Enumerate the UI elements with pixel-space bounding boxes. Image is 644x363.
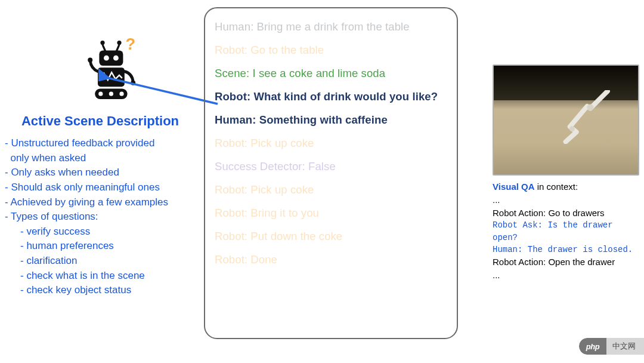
- line-success-detector: Success Detector: False: [215, 160, 447, 173]
- sub-3: - clarification: [5, 254, 196, 269]
- svg-point-6: [104, 56, 109, 61]
- svg-rect-5: [99, 50, 123, 66]
- scene-photo: [493, 64, 639, 176]
- bullet-1b: only when asked: [5, 151, 196, 166]
- svg-point-2: [117, 41, 121, 45]
- svg-line-15: [107, 78, 218, 104]
- bullet-3: - Should ask only meaningful ones: [5, 180, 196, 195]
- line-robot-pickup1: Robot: Pick up coke: [215, 137, 447, 150]
- php-logo: php: [579, 338, 606, 355]
- svg-point-9: [88, 57, 92, 62]
- active-scene-heading: Active Scene Description: [5, 113, 196, 129]
- sub-4: - check what is in the scene: [5, 269, 196, 284]
- dots-2: ...: [493, 269, 640, 282]
- robot-arm-icon: [558, 90, 612, 144]
- sub-5: - check key object status: [5, 283, 196, 298]
- line-robot-bring: Robot: Bring it to you: [215, 207, 447, 220]
- line-human-answer: Human: Something with caffeine: [215, 113, 447, 127]
- bullet-5: - Types of questions:: [5, 210, 196, 224]
- line-robot-ask: Robot: What kind of drink would you like…: [215, 90, 447, 103]
- in-context-text: in context:: [535, 182, 578, 192]
- line-robot-putdown: Robot: Put down the coke: [215, 230, 447, 243]
- line-robot-pickup2: Robot: Pick up coke: [215, 183, 447, 196]
- sub-2: - human preferences: [5, 239, 196, 254]
- dialog-panel: Human: Bring me a drink from the table R…: [204, 7, 458, 339]
- svg-line-3: [103, 45, 106, 51]
- site-name: 中文网: [606, 338, 644, 355]
- line-human-request: Human: Bring me a drink from the table: [215, 20, 447, 33]
- line-scene: Scene: I see a coke and lime soda: [215, 67, 447, 80]
- human-reply: Human: The drawer is closed.: [493, 244, 640, 256]
- dots-1: ...: [493, 193, 640, 207]
- robot-action-1: Robot Action: Go to drawers: [493, 207, 640, 220]
- visual-qa-caption: Visual QA in context: ... Robot Action: …: [493, 180, 640, 282]
- right-column: Visual QA in context: ... Robot Action: …: [493, 64, 640, 282]
- bullet-list: - Unstructured feedback provided only wh…: [5, 136, 196, 298]
- svg-text:?: ?: [125, 37, 135, 53]
- line-robot-goto: Robot: Go to the table: [215, 44, 447, 57]
- svg-point-7: [113, 56, 119, 61]
- bullet-4: - Achieved by giving a few examples: [5, 195, 196, 210]
- site-watermark: php 中文网: [579, 338, 644, 355]
- line-robot-done: Robot: Done: [215, 253, 447, 266]
- svg-point-1: [100, 41, 104, 45]
- bullet-2: - Only asks when needed: [5, 165, 196, 180]
- sub-1: - verify success: [5, 224, 196, 239]
- robot-action-2: Robot Action: Open the drawer: [493, 256, 640, 269]
- visual-qa-label: Visual QA: [493, 182, 535, 192]
- svg-point-16: [587, 104, 594, 110]
- svg-point-17: [569, 126, 575, 131]
- svg-line-4: [116, 45, 119, 51]
- bullet-1a: - Unstructured feedback provided: [5, 136, 196, 151]
- robot-ask: Robot Ask: Is the drawer open?: [493, 219, 640, 244]
